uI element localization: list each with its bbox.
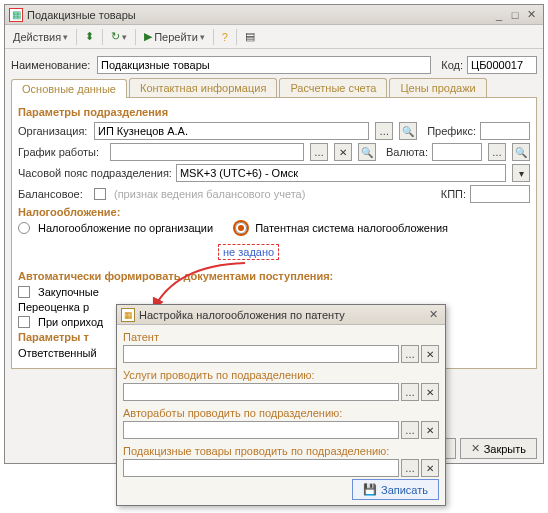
chk-onreceipt[interactable]: [18, 316, 30, 328]
chk-purchase[interactable]: [18, 286, 30, 298]
help-button[interactable]: ?: [218, 29, 232, 45]
schedule-clear-button[interactable]: ✕: [334, 143, 352, 161]
params-heading: Параметры подразделения: [18, 106, 530, 118]
dialog-close-button[interactable]: ✕: [425, 308, 441, 321]
goto-label: Перейти: [154, 31, 198, 43]
toolbar: Действия ▾ ⬍ ↻▾ ▶ Перейти ▾ ? ▤: [5, 25, 543, 49]
dlg-autoworks-input[interactable]: [123, 421, 399, 439]
dlg-services-clear[interactable]: ✕: [421, 383, 439, 401]
chevron-down-icon: ▾: [63, 32, 68, 42]
radio-patent[interactable]: [235, 222, 247, 234]
currency-input[interactable]: [432, 143, 482, 161]
dlg-patent-input[interactable]: [123, 345, 399, 363]
schedule-find-button[interactable]: 🔍: [358, 143, 376, 161]
dlg-autoworks-clear[interactable]: ✕: [421, 421, 439, 439]
patent-dialog: ▦ Настройка налогообложения по патенту ✕…: [116, 304, 446, 506]
dlg-autoworks-select[interactable]: …: [401, 421, 419, 439]
org-find-button[interactable]: 🔍: [399, 122, 417, 140]
radio-org-label: Налогообложение по организации: [38, 222, 213, 234]
tab-prices[interactable]: Цены продажи: [389, 78, 486, 97]
balance-label: Балансовое:: [18, 188, 90, 200]
separator: [76, 29, 77, 45]
dialog-titlebar: ▦ Настройка налогообложения по патенту ✕: [117, 305, 445, 325]
prefix-label: Префикс:: [427, 125, 476, 137]
org-select-button[interactable]: …: [375, 122, 393, 140]
prefix-input[interactable]: [480, 122, 530, 140]
chk-onreceipt-label: При оприход: [38, 316, 103, 328]
org-input[interactable]: ИП Кузнецов А.А.: [94, 122, 369, 140]
revaluation-label: Переоценка р: [18, 301, 89, 313]
currency-select-button[interactable]: …: [488, 143, 506, 161]
radio-org[interactable]: [18, 222, 30, 234]
schedule-label: График работы:: [18, 146, 106, 158]
close-footer-button[interactable]: ✕ Закрыть: [460, 438, 537, 459]
dlg-patent-label: Патент: [123, 331, 439, 343]
responsible-label: Ответственный: [18, 347, 97, 359]
currency-label: Валюта:: [386, 146, 428, 158]
tz-input[interactable]: MSK+3 (UTC+6) - Омск: [176, 164, 506, 182]
code-input[interactable]: ЦБ000017: [467, 56, 537, 74]
tax-heading: Налогообложение:: [18, 206, 530, 218]
tz-label: Часовой пояс подразделения:: [18, 167, 172, 179]
dialog-icon: ▦: [121, 308, 135, 322]
tab-accounts[interactable]: Расчетные счета: [279, 78, 387, 97]
dlg-excise-select[interactable]: …: [401, 459, 419, 477]
dlg-excise-label: Подакцизные товары проводить по подразде…: [123, 445, 439, 457]
name-label: Наименование:: [11, 59, 93, 71]
schedule-select-button[interactable]: …: [310, 143, 328, 161]
name-input[interactable]: Подакцизные товары: [97, 56, 431, 74]
toolbar-btn-1[interactable]: ⬍: [81, 28, 98, 45]
separator: [135, 29, 136, 45]
balance-checkbox[interactable]: [94, 188, 106, 200]
dlg-services-input[interactable]: [123, 383, 399, 401]
tab-main[interactable]: Основные данные: [11, 79, 127, 98]
radio-patent-label: Патентная система налогообложения: [255, 222, 448, 234]
separator: [236, 29, 237, 45]
dialog-save-button[interactable]: 💾 Записать: [352, 479, 439, 500]
currency-find-button[interactable]: 🔍: [512, 143, 530, 161]
window-title: Подакцизные товары: [27, 9, 491, 21]
dlg-autoworks-label: Авторабoты проводить по подразделению:: [123, 407, 439, 419]
minimize-button[interactable]: _: [491, 9, 507, 21]
auto-heading: Автоматически формировать документами по…: [18, 270, 530, 282]
goto-menu[interactable]: ▶ Перейти ▾: [140, 28, 209, 45]
chk-purchase-label: Закупочные: [38, 286, 99, 298]
actions-label: Действия: [13, 31, 61, 43]
code-label: Код:: [441, 59, 463, 71]
chevron-down-icon: ▾: [200, 32, 205, 42]
save-icon: 💾: [363, 483, 377, 496]
toolbar-btn-2[interactable]: ↻▾: [107, 28, 131, 45]
kpp-label: КПП:: [441, 188, 466, 200]
close-button[interactable]: ✕: [523, 8, 539, 21]
dialog-footer: 💾 Записать: [352, 479, 439, 500]
dlg-patent-select[interactable]: …: [401, 345, 419, 363]
tz-dropdown-button[interactable]: ▾: [512, 164, 530, 182]
separator: [102, 29, 103, 45]
dlg-excise-input[interactable]: [123, 459, 399, 477]
dlg-patent-clear[interactable]: ✕: [421, 345, 439, 363]
toolbar-btn-3[interactable]: ▤: [241, 28, 259, 45]
link-notset[interactable]: не задано: [218, 244, 279, 260]
maximize-button[interactable]: □: [507, 9, 523, 21]
tab-contact[interactable]: Контактная информация: [129, 78, 277, 97]
tabs: Основные данные Контактная информация Ра…: [11, 78, 537, 98]
dlg-services-label: Услуги проводить по подразделению:: [123, 369, 439, 381]
app-icon: ▦: [9, 8, 23, 22]
org-label: Организация:: [18, 125, 90, 137]
goto-icon: ▶: [144, 30, 152, 43]
titlebar: ▦ Подакцизные товары _ □ ✕: [5, 5, 543, 25]
dialog-title: Настройка налогообложения по патенту: [139, 309, 425, 321]
dialog-body: Патент … ✕ Услуги проводить по подраздел…: [117, 325, 445, 489]
dlg-services-select[interactable]: …: [401, 383, 419, 401]
separator: [213, 29, 214, 45]
actions-menu[interactable]: Действия ▾: [9, 29, 72, 45]
schedule-input[interactable]: [110, 143, 304, 161]
kpp-input[interactable]: [470, 185, 530, 203]
balance-hint: (признак ведения балансового учета): [114, 188, 305, 200]
close-icon: ✕: [471, 442, 480, 455]
dlg-excise-clear[interactable]: ✕: [421, 459, 439, 477]
